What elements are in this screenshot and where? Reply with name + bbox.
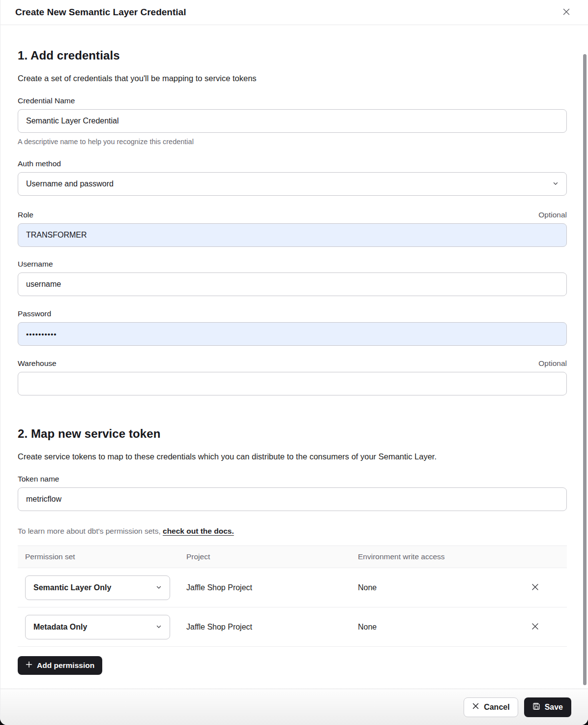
token-name-label: Token name: [18, 475, 59, 483]
password-input[interactable]: [18, 322, 567, 346]
permission-set-select[interactable]: Semantic Layer Only: [25, 575, 170, 600]
role-label: Role: [18, 211, 33, 219]
create-credential-modal: Create New Semantic Layer Credential 1. …: [0, 0, 588, 725]
remove-permission-button[interactable]: [529, 581, 541, 594]
warehouse-input[interactable]: [18, 372, 567, 395]
environment-write-access-cell: None: [358, 583, 520, 592]
permissions-table-header: Permission set Project Environment write…: [18, 545, 567, 568]
docs-link[interactable]: check out the docs.: [163, 527, 234, 535]
remove-icon: [530, 622, 540, 633]
cancel-x-icon: [472, 702, 479, 712]
credential-name-label: Credential Name: [18, 96, 75, 105]
auth-method-select[interactable]: Username and password: [18, 172, 567, 196]
username-label: Username: [18, 260, 53, 269]
auth-method-field-group: Auth method Username and password: [18, 159, 567, 196]
warehouse-optional-badge: Optional: [538, 359, 567, 368]
warehouse-label: Warehouse: [18, 359, 57, 368]
scrollbar[interactable]: [583, 54, 587, 685]
warehouse-field-group: Warehouse Optional: [18, 359, 567, 395]
remove-icon: [530, 582, 540, 593]
role-input[interactable]: [18, 223, 567, 247]
credential-name-field-group: Credential Name A descriptive name to he…: [18, 96, 567, 146]
project-cell: Jaffle Shop Project: [186, 623, 358, 632]
cancel-button[interactable]: Cancel: [464, 697, 518, 717]
username-field-group: Username: [18, 260, 567, 296]
save-label: Save: [545, 703, 563, 712]
add-credentials-heading: 1. Add credentials: [18, 48, 567, 63]
auth-method-selected-value: Username and password: [26, 180, 114, 188]
cancel-label: Cancel: [484, 703, 509, 712]
role-optional-badge: Optional: [538, 211, 567, 219]
token-name-input[interactable]: [18, 487, 567, 511]
password-label: Password: [18, 309, 51, 318]
add-credentials-description: Create a set of credentials that you'll …: [18, 73, 567, 84]
modal-header: Create New Semantic Layer Credential: [0, 0, 588, 25]
docs-note-prefix: To learn more about dbt's permission set…: [18, 527, 161, 535]
permission-set-selected-value: Metadata Only: [33, 623, 87, 632]
column-header-project: Project: [186, 552, 358, 561]
close-button[interactable]: [560, 6, 572, 19]
modal-footer: Cancel Save: [0, 689, 588, 725]
credential-name-input[interactable]: [18, 109, 567, 133]
permissions-table: Permission set Project Environment write…: [18, 545, 567, 647]
password-field-group: Password: [18, 309, 567, 346]
close-icon: [561, 7, 571, 18]
permission-row: Semantic Layer Only Jaffle Shop Project …: [18, 568, 567, 607]
environment-write-access-cell: None: [358, 623, 520, 632]
chevron-down-icon: [553, 180, 559, 188]
remove-permission-button[interactable]: [529, 621, 541, 634]
plus-icon: [26, 661, 32, 670]
modal-content: 1. Add credentials Create a set of crede…: [0, 25, 588, 689]
permission-row: Metadata Only Jaffle Shop Project None: [18, 607, 567, 647]
modal-title: Create New Semantic Layer Credential: [15, 7, 186, 18]
column-header-permission-set: Permission set: [18, 552, 186, 561]
role-field-group: Role Optional: [18, 211, 567, 247]
map-token-description: Create service tokens to map to these cr…: [18, 451, 567, 462]
auth-method-label: Auth method: [18, 159, 61, 168]
save-button[interactable]: Save: [524, 697, 571, 717]
permission-set-selected-value: Semantic Layer Only: [33, 583, 111, 592]
map-token-heading: 2. Map new service token: [18, 426, 567, 441]
add-permission-button[interactable]: Add permission: [18, 656, 102, 675]
chevron-down-icon: [156, 623, 162, 632]
permission-docs-note: To learn more about dbt's permission set…: [18, 527, 567, 536]
credential-name-helper: A descriptive name to help you recognize…: [18, 138, 567, 146]
project-cell: Jaffle Shop Project: [186, 583, 358, 592]
token-name-field-group: Token name: [18, 475, 567, 511]
username-input[interactable]: [18, 272, 567, 296]
permission-set-select[interactable]: Metadata Only: [25, 615, 170, 639]
add-permission-label: Add permission: [37, 661, 94, 670]
save-disk-icon: [532, 702, 540, 712]
column-header-environment-write-access: Environment write access: [358, 552, 520, 561]
chevron-down-icon: [156, 583, 162, 592]
